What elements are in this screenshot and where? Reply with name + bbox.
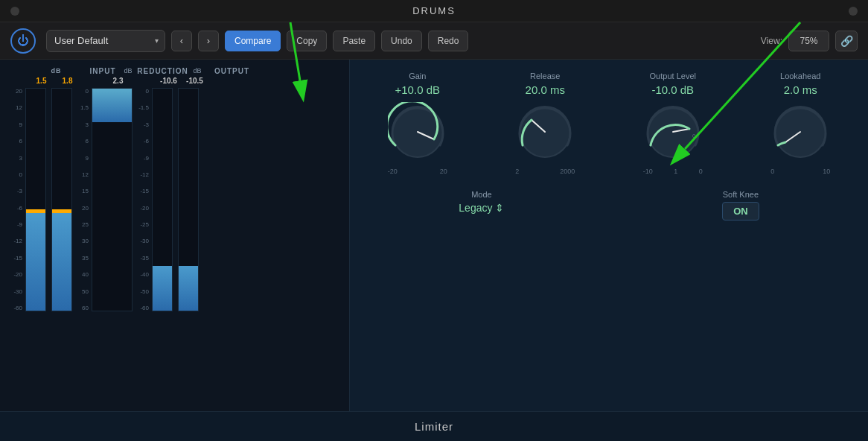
nav-forward-button[interactable]: › (198, 31, 219, 51)
plugin-name-bar: Limiter (0, 411, 868, 441)
output-scale: 0 -1.5 -3 -6 -9 -12 -15 -20 -25 -30 -35 … (138, 88, 149, 311)
reduction-val: 2.3 (94, 77, 142, 85)
output-level-value: -10.0 dB (651, 83, 694, 96)
output-val1: -10.6 (156, 77, 182, 85)
title-bar: DRUMS (0, 0, 868, 22)
knobs-row: Gain +10.0 dB -20 20 Release (365, 72, 853, 175)
mode-dropdown[interactable]: Legacy ⇕ (459, 202, 504, 214)
release-range: 2 2000 (515, 168, 575, 175)
power-button[interactable]: ⏻ (10, 28, 36, 54)
reduction-group-label: REDUCTION (135, 67, 191, 75)
bottom-row: Mode Legacy ⇕ Soft Knee ON (365, 190, 853, 220)
mode-group: Mode Legacy ⇕ (459, 190, 504, 214)
reduction-scale: 0 1.5 3 6 9 12 15 20 25 30 35 40 50 60 (78, 88, 89, 311)
output-level-group: Output Level -10.0 dB 0 -10 1 0 (643, 72, 703, 175)
input-label: dB (28, 67, 84, 75)
output-bar-right (179, 266, 198, 311)
link-button[interactable]: 🔗 (835, 31, 858, 51)
input-meter-right[interactable] (51, 88, 72, 311)
window-title: DRUMS (412, 5, 456, 16)
mode-label: Mode (471, 190, 492, 199)
plugin-name: Limiter (415, 420, 453, 433)
paste-button[interactable]: Paste (333, 31, 375, 51)
window-dot-right[interactable] (849, 7, 858, 16)
output-bar-left (153, 266, 172, 311)
output-val2: -10.5 (182, 77, 208, 85)
db-scale: 20 12 9 6 3 0 -3 -6 -9 -12 -15 -20 -30 -… (6, 88, 22, 311)
output-meter-left[interactable] (152, 88, 173, 311)
lookahead-label: Lookahead (780, 72, 820, 80)
output-group-label: OUTPUT (204, 67, 260, 75)
compare-button[interactable]: Compare (225, 31, 281, 51)
release-label: Release (530, 72, 560, 80)
input-bar-left-blue (26, 213, 45, 311)
link-icon: 🔗 (840, 35, 853, 47)
window-dot-left[interactable] (10, 7, 19, 16)
toolbar: ⏻ User Default ▾ ‹ › Compare Copy Paste … (0, 22, 868, 60)
meters-panel: dB INPUT dB REDUCTION dB OUTPUT 1.5 1.8 … (0, 60, 350, 411)
output-meters (150, 88, 200, 311)
controls-panel: Gain +10.0 dB -20 20 Release (350, 60, 868, 411)
copy-button[interactable]: Copy (287, 31, 327, 51)
view-label: View: (761, 36, 782, 46)
input-bar-right-blue (52, 213, 71, 311)
gain-label: Gain (409, 72, 426, 80)
output-level-range: -10 1 0 (643, 168, 703, 175)
soft-knee-label: Soft Knee (723, 190, 759, 199)
main-area: dB INPUT dB REDUCTION dB OUTPUT 1.5 1.8 … (0, 60, 868, 411)
input-meters (24, 88, 74, 311)
output-level-knob[interactable]: 0 (643, 102, 703, 162)
gain-knob[interactable] (388, 102, 447, 162)
release-value: 20.0 ms (526, 83, 565, 96)
preset-dropdown[interactable]: User Default ▾ (46, 30, 165, 52)
mode-value: Legacy (459, 202, 492, 214)
redo-button[interactable]: Redo (428, 31, 469, 51)
soft-knee-toggle[interactable]: ON (722, 202, 759, 220)
mode-arrows-icon: ⇕ (495, 202, 504, 214)
svg-text:0: 0 (692, 133, 696, 139)
input-peak-left (26, 209, 45, 211)
input-group-label: INPUT (84, 67, 121, 75)
input-meter-left[interactable] (25, 88, 46, 311)
lookahead-value: 2.0 ms (784, 83, 817, 96)
gain-group: Gain +10.0 dB -20 20 (388, 72, 447, 175)
output-meter-right[interactable] (178, 88, 199, 311)
reduction-bar (92, 89, 132, 122)
soft-knee-group: Soft Knee ON (722, 190, 759, 220)
release-knob[interactable] (515, 102, 575, 162)
chevron-down-icon: ▾ (155, 37, 159, 45)
input-val2: 1.8 (54, 77, 80, 85)
undo-button[interactable]: Undo (381, 31, 422, 51)
nav-back-button[interactable]: ‹ (171, 31, 192, 51)
output-level-label: Output Level (650, 72, 696, 80)
reduction-meter[interactable] (92, 88, 133, 311)
lookahead-range: 0 10 (770, 168, 830, 175)
release-group: Release 20.0 ms 2 2000 (515, 72, 575, 175)
lookahead-group: Lookahead 2.0 ms 0 10 (770, 72, 830, 175)
reduction-meters (90, 88, 134, 311)
input-val1: 1.5 (28, 77, 54, 85)
view-value[interactable]: 75% (788, 31, 829, 51)
preset-value: User Default (54, 35, 108, 46)
gain-range: -20 20 (388, 168, 447, 175)
chevron-left-icon: ‹ (180, 35, 183, 46)
power-icon: ⏻ (17, 34, 29, 48)
chevron-right-icon: › (207, 35, 210, 46)
input-peak-right (52, 209, 71, 211)
lookahead-knob[interactable] (770, 102, 830, 162)
gain-value: +10.0 dB (395, 83, 440, 96)
